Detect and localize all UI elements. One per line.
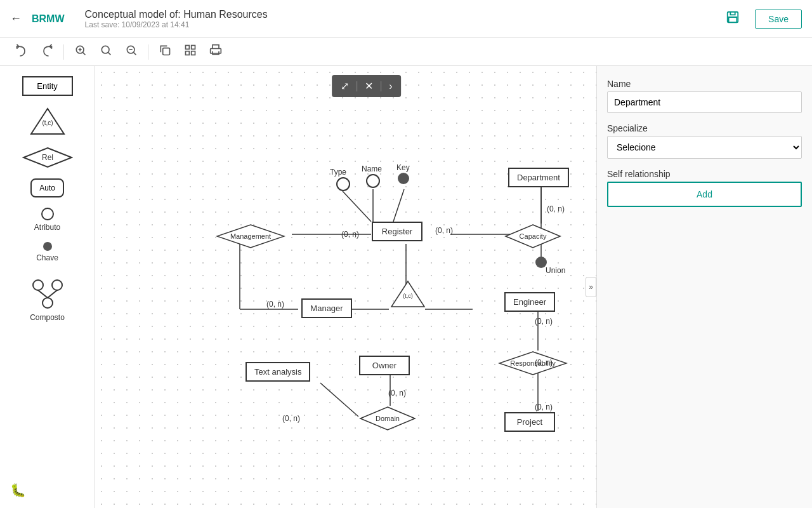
- specialize-section: Specialize Selecione: [607, 123, 802, 159]
- node-owner-label: Owner: [372, 361, 396, 370]
- save-button[interactable]: Save: [755, 10, 802, 29]
- self-rel-section: Self relationship Add: [607, 169, 802, 207]
- zoom-out-button[interactable]: [120, 40, 143, 64]
- responsability-diamond: Responsability: [498, 351, 568, 376]
- card-mgr: (0, n): [266, 300, 284, 309]
- card-eng: (0, n): [535, 317, 553, 326]
- add-button[interactable]: Add: [607, 182, 802, 207]
- last-save: Last save: 10/09/2023 at 14:41: [85, 20, 716, 29]
- expand-button[interactable]: ⤢: [338, 79, 351, 93]
- domain-diamond: Domain: [359, 406, 416, 431]
- card-dept: (0, n): [547, 204, 565, 213]
- sidebar-item-rel[interactable]: Rel: [10, 144, 86, 171]
- node-register[interactable]: Register: [372, 222, 422, 241]
- card-mgmt: (0, n): [341, 230, 359, 239]
- sidebar-item-entity[interactable]: Entity: [10, 74, 86, 98]
- node-project[interactable]: Project: [504, 412, 555, 432]
- entity-shape: Entity: [22, 76, 73, 96]
- node-capacity[interactable]: Capacity: [504, 224, 561, 249]
- sidebar: Entity (t,c) Rel Auto Atributo: [0, 66, 95, 508]
- svg-point-20: [33, 280, 43, 290]
- node-department[interactable]: Department: [508, 168, 569, 187]
- chave-circle: [43, 242, 52, 251]
- attr-name-label: Name: [362, 164, 382, 173]
- sidebar-item-generalization[interactable]: (t,c): [10, 104, 86, 139]
- grid-button[interactable]: [179, 40, 202, 64]
- node-text-analysis[interactable]: Text analysis: [246, 362, 310, 382]
- node-responsability[interactable]: Responsability: [498, 351, 568, 376]
- card-dom: (0, n): [282, 414, 300, 423]
- svg-text:Rel: Rel: [41, 153, 53, 162]
- svg-rect-13: [186, 51, 190, 55]
- panel-collapse-button[interactable]: »: [586, 277, 596, 297]
- atributo-circle: [41, 208, 54, 220]
- svg-text:Management: Management: [230, 232, 271, 240]
- right-panel: Name Specialize Selecione Self relations…: [596, 66, 812, 508]
- svg-text:Responsability: Responsability: [510, 359, 556, 367]
- node-attr-type[interactable]: [336, 177, 350, 191]
- specialize-select[interactable]: Selecione: [607, 136, 802, 159]
- back-button[interactable]: ←: [10, 12, 22, 25]
- copy-button[interactable]: [154, 40, 176, 64]
- name-input[interactable]: [607, 91, 802, 113]
- union-label: Union: [546, 266, 565, 275]
- node-union[interactable]: (t,c): [389, 279, 427, 309]
- name-label: Name: [607, 79, 802, 89]
- self-rel-label: Self relationship: [607, 169, 802, 179]
- print-button[interactable]: [204, 40, 227, 64]
- svg-line-40: [393, 189, 404, 222]
- node-attr-key[interactable]: [398, 173, 409, 184]
- card-reg1: (0, n): [435, 226, 453, 235]
- rel-diamond-icon: Rel: [22, 147, 73, 168]
- node-manager-label: Manager: [310, 304, 343, 313]
- next-button[interactable]: ›: [386, 79, 395, 93]
- svg-line-37: [320, 383, 358, 417]
- svg-rect-15: [211, 49, 221, 54]
- atributo-label: Atributo: [34, 223, 60, 232]
- canvas-area[interactable]: ⤢ ✕ › »: [95, 66, 596, 508]
- svg-point-5: [102, 46, 109, 53]
- node-management[interactable]: Management: [216, 224, 285, 249]
- svg-line-9: [133, 52, 136, 55]
- zoom-fit-button[interactable]: [95, 40, 117, 64]
- main-area: Entity (t,c) Rel Auto Atributo: [0, 66, 812, 508]
- debug-icon[interactable]: 🐛: [10, 483, 26, 498]
- close-canvas-button[interactable]: ✕: [362, 79, 376, 93]
- svg-rect-10: [163, 48, 170, 55]
- node-engineer[interactable]: Engineer: [504, 292, 555, 312]
- key-dot: [398, 173, 409, 184]
- undo-button[interactable]: [10, 40, 33, 64]
- node-project-label: Project: [517, 417, 542, 427]
- node-union-circle[interactable]: [535, 257, 547, 268]
- chave-label: Chave: [36, 253, 58, 262]
- triangle-icon: (t,c): [29, 106, 67, 137]
- redo-button[interactable]: [36, 40, 58, 64]
- node-text-analysis-label: Text analysis: [254, 367, 301, 377]
- svg-point-22: [43, 298, 53, 308]
- node-engineer-label: Engineer: [513, 297, 546, 307]
- page-title: Conceptual model of: Human Resources: [85, 9, 716, 20]
- save-icon-button[interactable]: [726, 10, 740, 27]
- app-title: BRMW: [32, 13, 65, 25]
- sidebar-item-auto[interactable]: Auto: [10, 176, 86, 200]
- composto-icon: [25, 272, 70, 311]
- node-domain[interactable]: Domain: [359, 406, 416, 431]
- node-register-label: Register: [382, 227, 412, 236]
- node-manager[interactable]: Manager: [301, 298, 352, 318]
- sidebar-item-chave[interactable]: Chave: [10, 239, 86, 265]
- svg-line-38: [343, 191, 371, 222]
- node-owner[interactable]: Owner: [359, 356, 410, 375]
- node-attr-name[interactable]: [366, 174, 380, 188]
- sidebar-item-composto[interactable]: Composto: [10, 270, 86, 324]
- svg-text:(t,c): (t,c): [403, 293, 413, 299]
- toolbar: [0, 38, 812, 66]
- zoom-in-button[interactable]: [69, 40, 92, 64]
- svg-point-21: [52, 280, 62, 290]
- sidebar-item-atributo[interactable]: Atributo: [10, 205, 86, 234]
- svg-line-6: [108, 52, 110, 55]
- union-triangle: (t,c): [389, 279, 427, 309]
- canvas-toolbar: ⤢ ✕ ›: [332, 75, 401, 97]
- name-section: Name: [607, 79, 802, 113]
- svg-line-23: [38, 290, 48, 298]
- diagram-svg: [95, 66, 596, 508]
